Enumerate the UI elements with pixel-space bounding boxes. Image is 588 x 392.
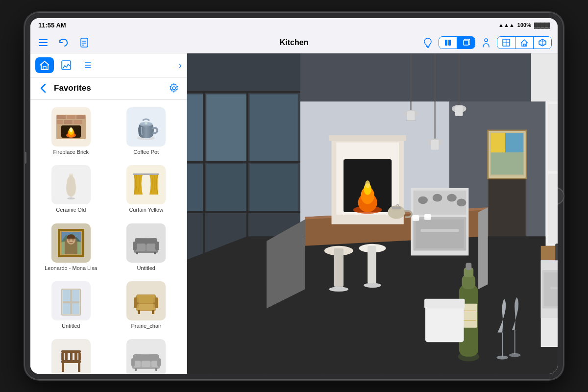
svg-rect-172 — [334, 248, 343, 287]
item-thumb-untitled2 — [51, 281, 91, 320]
item-thumb-coffeepot — [126, 107, 166, 147]
item-chair002[interactable]: Chair_002 — [34, 335, 108, 374]
svg-rect-170 — [329, 135, 406, 141]
svg-point-173 — [329, 287, 348, 292]
sidebar-title: Favorites — [54, 83, 163, 93]
document-button[interactable] — [77, 36, 91, 49]
svg-rect-98 — [133, 354, 159, 362]
battery-percent: 100% — [517, 22, 531, 28]
item-thumb-couch — [126, 223, 166, 263]
svg-rect-2 — [39, 45, 48, 46]
svg-rect-218 — [491, 152, 524, 174]
svg-rect-38 — [74, 120, 82, 124]
svg-rect-132 — [431, 140, 439, 150]
item-sofa3x[interactable]: Sofa3x_amazing — [110, 335, 183, 374]
menu-button[interactable] — [36, 36, 50, 49]
svg-rect-96 — [78, 353, 80, 362]
item-thumb-monalisa — [51, 223, 91, 263]
item-coffee-pot[interactable]: Coffee Pot — [110, 103, 183, 159]
svg-rect-1 — [39, 42, 48, 43]
svg-marker-152 — [478, 207, 488, 289]
view-btn-group-2 — [497, 36, 552, 49]
light-button[interactable] — [421, 36, 435, 49]
view-btn-3d[interactable] — [457, 37, 475, 49]
info-button[interactable] — [479, 36, 493, 49]
svg-point-156 — [433, 194, 442, 202]
sidebar-tabs: › — [30, 53, 187, 77]
svg-rect-94 — [78, 363, 80, 372]
status-bar: 11:55 AM ▲▲▲ 100% ▓▓▓▓ — [30, 18, 558, 32]
sidebar-more-button[interactable]: › — [179, 60, 182, 71]
item-label-monalisa: Leonardo - Mona Lisa — [45, 265, 97, 271]
svg-point-157 — [447, 194, 457, 202]
svg-rect-184 — [548, 104, 558, 171]
item-prairie-chair[interactable]: Prairie_chair — [110, 277, 183, 333]
item-fireplace-brick[interactable]: Fireplace Brick — [34, 103, 108, 159]
svg-rect-182 — [424, 214, 431, 220]
item-monalisa[interactable]: Leonardo - Mona Lisa — [34, 220, 108, 275]
item-thumb-chair002 — [51, 339, 91, 374]
svg-rect-10 — [448, 40, 451, 46]
side-button — [24, 152, 26, 164]
svg-rect-99 — [134, 361, 141, 367]
svg-point-176 — [364, 283, 381, 288]
item-thumb-fireplace — [51, 107, 91, 147]
svg-rect-111 — [187, 94, 204, 161]
svg-rect-65 — [147, 244, 156, 251]
svg-rect-67 — [155, 242, 159, 250]
sidebar-tab-draw[interactable] — [57, 57, 75, 73]
svg-rect-128 — [407, 111, 415, 121]
svg-rect-83 — [152, 310, 154, 314]
svg-point-61 — [72, 239, 74, 241]
view-btn-cube[interactable] — [534, 37, 551, 49]
svg-rect-100 — [142, 361, 150, 367]
svg-rect-35 — [76, 115, 85, 119]
item-untitled-couch[interactable]: Untitled — [110, 220, 183, 275]
svg-rect-185 — [548, 173, 558, 243]
undo-button[interactable] — [57, 36, 71, 49]
svg-point-158 — [457, 199, 466, 207]
svg-rect-33 — [57, 115, 66, 119]
svg-rect-175 — [368, 246, 376, 284]
item-ceramic-old[interactable]: Ceramic Old — [34, 161, 108, 217]
item-label-prairie: Prairie_chair — [131, 322, 161, 329]
svg-rect-77 — [63, 301, 79, 303]
svg-rect-188 — [541, 246, 558, 260]
svg-rect-180 — [413, 215, 419, 221]
ipad-frame: 11:55 AM ▲▲▲ 100% ▓▓▓▓ — [24, 12, 564, 380]
svg-rect-212 — [425, 304, 464, 343]
battery-icon: ▓▓▓▓ — [534, 22, 550, 28]
svg-rect-73 — [72, 290, 79, 302]
svg-rect-92 — [74, 351, 77, 360]
svg-rect-50 — [133, 173, 159, 175]
svg-rect-66 — [133, 242, 137, 250]
svg-point-169 — [365, 180, 370, 188]
item-untitled-window[interactable]: Untitled — [34, 277, 108, 333]
sidebar: › Favorites — [30, 53, 187, 374]
svg-rect-217 — [505, 133, 523, 152]
svg-rect-84 — [137, 304, 155, 310]
svg-rect-160 — [416, 220, 464, 248]
back-button[interactable] — [36, 81, 50, 95]
svg-rect-86 — [61, 360, 81, 363]
sidebar-tab-home[interactable] — [35, 57, 54, 73]
svg-rect-64 — [136, 244, 146, 251]
viewport — [187, 53, 558, 374]
svg-rect-90 — [65, 351, 68, 360]
sidebar-tab-list[interactable] — [78, 57, 97, 73]
svg-rect-74 — [63, 303, 71, 314]
view-btn-books[interactable] — [439, 37, 457, 49]
svg-point-49 — [67, 197, 75, 199]
svg-rect-178 — [392, 206, 401, 209]
item-curtain-yellow[interactable]: Curtain Yellow — [110, 161, 183, 217]
svg-point-31 — [172, 87, 175, 90]
status-time: 11:55 AM — [38, 22, 66, 29]
main-content: › Favorites — [30, 53, 558, 374]
svg-point-209 — [496, 356, 508, 360]
view-btn-floorplan[interactable] — [497, 37, 515, 49]
svg-rect-82 — [138, 310, 140, 314]
view-btn-home[interactable] — [515, 37, 534, 49]
settings-button[interactable] — [167, 81, 181, 95]
item-label-coffeepot: Coffee Pot — [133, 148, 159, 155]
view-btn-group-1 — [439, 36, 475, 49]
